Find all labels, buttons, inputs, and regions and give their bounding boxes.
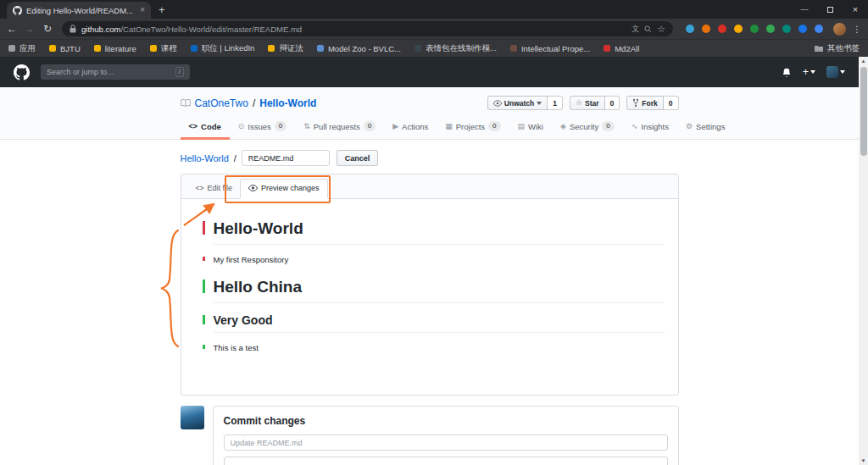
repo-tab[interactable]: ∿ Insights [623,116,677,140]
tab-counter: 0 [488,121,500,131]
repo-header: CatOneTwo / Hello-World Unwatch 1 [0,87,859,140]
zoom-icon[interactable] [644,25,652,33]
bookmark-item[interactable]: 职位 | LinkedIn [191,43,255,54]
extension-icon[interactable] [718,25,726,33]
browser-tab[interactable]: Editing Hello-World/READM... × [7,2,151,19]
other-bookmarks-label: 其他书签 [827,43,860,54]
bookmark-item[interactable]: 表情包在线制作模... [415,43,497,54]
browser-menu-icon[interactable]: ⋮ [852,25,862,34]
bookmark-favicon [94,45,101,52]
annotation-curly-brace [158,227,183,350]
other-bookmarks[interactable]: 其他书签 [815,43,860,54]
extension-icon[interactable] [686,25,694,33]
refresh-icon[interactable]: ↻ [42,24,53,34]
editor-tab-bar: <> Edit file Preview changes [181,174,678,199]
star-button[interactable]: ☆ Star [570,96,605,110]
chevron-down-icon [840,70,845,74]
eye-icon [248,185,258,191]
extension-icon[interactable] [815,25,823,33]
code-icon: <> [196,185,204,192]
repo-tabs: <> Code ⊙ Issues 0 ⇅ Pull requests 0 [181,116,679,140]
file-breadcrumb: Hello-World / Cancel [181,150,679,166]
bookmark-favicon [415,45,421,52]
tab-close-icon[interactable]: × [140,6,145,14]
new-tab-button[interactable]: + [159,4,165,15]
lock-icon [70,25,76,33]
bell-icon[interactable] [782,67,792,78]
file-editor: <> Edit file Preview changes [181,174,679,396]
scroll-down-icon[interactable]: ▼ [859,457,868,465]
scrollbar-thumb[interactable] [860,67,867,156]
bookmark-item[interactable]: 应用 [8,43,36,54]
repo-tab[interactable]: ⚙ Settings [677,116,733,140]
breadcrumb-repo-link[interactable]: Hello-World [181,153,229,163]
repo-tab[interactable]: ⇅ Pull requests 0 [295,116,384,140]
bookmark-item[interactable]: BJTU [49,44,81,53]
bookmark-favicon [191,45,198,52]
repo-tab[interactable]: ▦ Projects 0 [437,116,509,140]
watch-count[interactable]: 1 [548,96,563,110]
repo-tab[interactable]: <> Code [181,116,230,140]
close-icon[interactable]: × [843,0,868,19]
user-menu[interactable] [826,66,845,78]
github-logo-icon[interactable] [14,64,30,80]
plus-icon: + [803,66,809,78]
commit-box: Commit changes [213,406,679,465]
tab-preview-changes[interactable]: Preview changes [240,179,328,199]
repo-tab[interactable]: ◈ Security 0 [552,116,623,140]
fork-count[interactable]: 0 [664,96,679,110]
bookmark-favicon [317,45,324,52]
forward-icon[interactable]: → [24,24,36,34]
star-count[interactable]: 0 [605,96,620,110]
address-bar[interactable]: github.com/CatOneTwo/Hello-World/edit/ma… [62,21,673,36]
commit-summary-input[interactable] [224,435,668,451]
commit-section: Commit changes [181,406,679,465]
page-scrollbar[interactable]: ▲ ▼ [859,57,868,465]
unwatch-button[interactable]: Unwatch [487,96,548,110]
fork-button[interactable]: Fork [626,96,663,110]
bookmark-item[interactable]: 辩证法 [268,43,303,54]
repo-tab[interactable]: ⊙ Issues 0 [230,116,295,140]
repo-tab[interactable]: ▤ Wiki [509,116,552,140]
bookmark-item[interactable]: Model Zoo - BVLC... [317,44,401,53]
bookmark-star-icon[interactable]: ☆ [657,25,665,34]
filename-input[interactable] [242,150,330,166]
browser-window: Editing Hello-World/READM... × + — × ← →… [0,0,868,465]
extension-icon[interactable] [782,25,791,33]
fork-icon [632,98,639,108]
repo-name-link[interactable]: Hello-World [259,97,316,109]
search-placeholder: Search or jump to… [47,68,172,76]
bookmark-item[interactable]: Md2All [604,44,639,53]
commit-description-input[interactable] [224,457,668,465]
minimize-icon[interactable]: — [792,0,817,19]
github-page: Search or jump to… / + CatOneTwo / Hello… [0,57,859,465]
tab-icon: ▤ [518,123,526,130]
bookmark-favicon [510,45,517,52]
extension-icon[interactable] [750,25,759,33]
bookmark-item[interactable]: Intellectual Prope... [510,44,590,53]
extension-icon[interactable] [766,25,775,33]
slash-key-hint: / [175,67,184,77]
github-search-input[interactable]: Search or jump to… / [41,64,190,80]
repo-social-buttons: Unwatch 1 ☆ Star 0 [487,96,679,110]
extension-icon[interactable] [798,25,807,33]
create-new-button[interactable]: + [803,66,815,78]
maximize-icon[interactable] [817,0,843,19]
tab-edit-file[interactable]: <> Edit file [188,180,240,198]
github-header-right: + [782,66,845,78]
bookmark-item[interactable]: 课程 [150,43,177,54]
translate-icon[interactable]: 文 [632,25,639,33]
cancel-button[interactable]: Cancel [337,150,379,166]
browser-profile-avatar[interactable] [833,23,846,36]
bookmark-list: 应用 BJTU literature 课程 职位 | LinkedIn 辩证法 [8,43,639,54]
bookmark-favicon [8,45,15,52]
back-icon[interactable]: ← [6,24,18,34]
repo-owner-link[interactable]: CatOneTwo [195,97,248,109]
extension-icon[interactable] [734,25,743,33]
extension-icon[interactable] [702,25,710,33]
bookmark-item[interactable]: literature [94,44,136,53]
url-path: /CatOneTwo/Hello-World/edit/master/READM… [120,25,302,34]
scroll-up-icon[interactable]: ▲ [859,57,868,65]
repo-tab[interactable]: ▶ Actions [384,116,437,140]
preview-block: Hello-World [214,219,665,245]
